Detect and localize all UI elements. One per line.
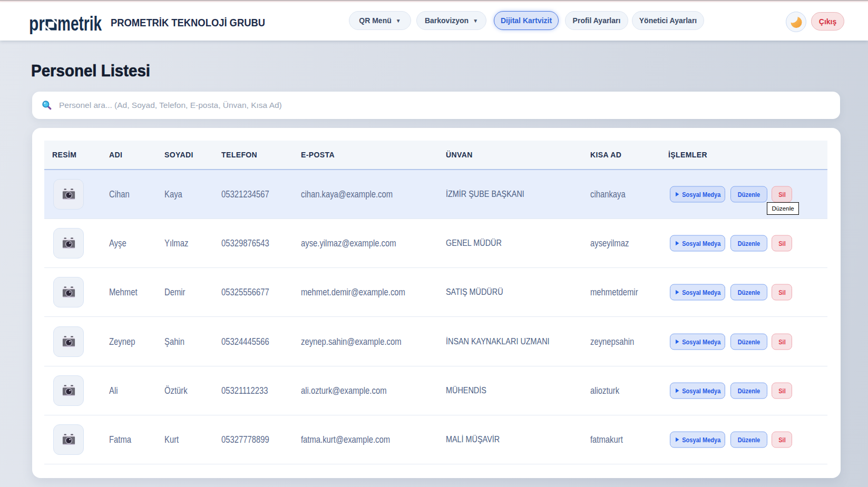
svg-text:PROMETRİK TEKNOLOJİ GRUBU: PROMETRİK TEKNOLOJİ GRUBU [111,17,265,28]
svg-text:metrik: metrik [57,13,102,34]
svg-text:Personel Listesi: Personel Listesi [31,61,150,80]
svg-text:pr: pr [29,13,45,34]
